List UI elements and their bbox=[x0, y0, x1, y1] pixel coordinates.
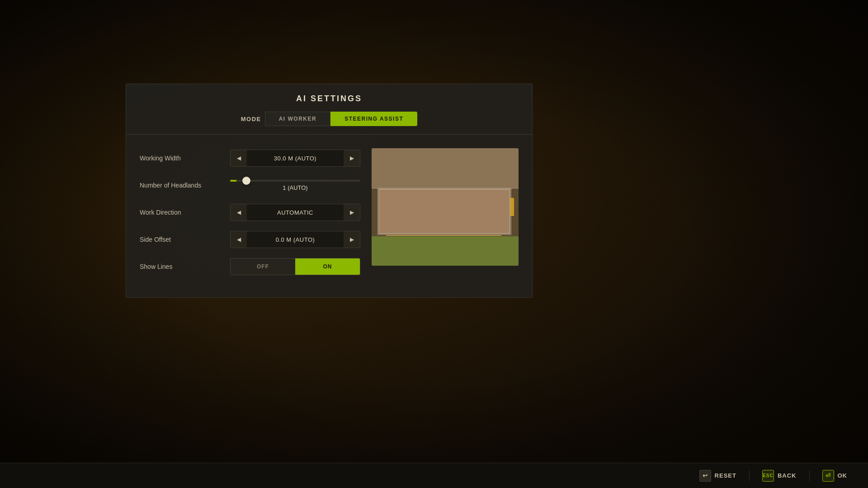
ok-icon: ⏎ bbox=[822, 470, 834, 482]
work-direction-row: Work Direction ◀ AUTOMATIC ▶ bbox=[140, 202, 360, 222]
work-direction-value: AUTOMATIC bbox=[247, 209, 344, 216]
field-line-1 bbox=[386, 235, 501, 236]
settings-left-panel: Working Width ◀ 30.0 M (AUTO) ▶ Number o… bbox=[140, 148, 360, 284]
field-top-area bbox=[372, 148, 519, 189]
dialog-title: AI SETTINGS bbox=[126, 84, 532, 112]
headlands-slider[interactable] bbox=[230, 180, 360, 182]
separator-1 bbox=[749, 470, 750, 481]
reset-label: RESET bbox=[715, 472, 736, 479]
separator-2 bbox=[809, 470, 810, 481]
side-offset-row: Side Offset ◀ 0.0 M (AUTO) ▶ bbox=[140, 230, 360, 249]
side-offset-decrease[interactable]: ◀ bbox=[231, 231, 247, 248]
esc-label: ESC bbox=[763, 473, 774, 478]
working-width-increase[interactable]: ▶ bbox=[344, 150, 360, 167]
ai-settings-dialog: AI SETTINGS MODE AI WORKER STEERING ASSI… bbox=[126, 84, 533, 298]
side-offset-spinner: ◀ 0.0 M (AUTO) ▶ bbox=[230, 231, 360, 248]
side-offset-label: Side Offset bbox=[140, 236, 230, 243]
ok-label: OK bbox=[838, 472, 848, 479]
working-width-decrease[interactable]: ◀ bbox=[231, 150, 247, 167]
work-direction-decrease[interactable]: ◀ bbox=[231, 204, 247, 221]
esc-icon: ESC bbox=[762, 470, 774, 482]
work-direction-control: ◀ AUTOMATIC ▶ bbox=[230, 204, 360, 221]
working-width-row: Working Width ◀ 30.0 M (AUTO) ▶ bbox=[140, 148, 360, 168]
work-direction-label: Work Direction bbox=[140, 209, 230, 216]
mode-tab-prefix: MODE bbox=[241, 116, 261, 122]
working-width-value: 30.0 M (AUTO) bbox=[247, 155, 344, 162]
working-width-control: ◀ 30.0 M (AUTO) ▶ bbox=[230, 150, 360, 167]
tractor-position-indicator bbox=[510, 198, 514, 216]
headlands-row: Number of Headlands 1 (AUTO) bbox=[140, 175, 360, 195]
show-lines-label: Show Lines bbox=[140, 263, 230, 270]
ok-button[interactable]: ⏎ OK bbox=[815, 466, 855, 485]
side-offset-control: ◀ 0.0 M (AUTO) ▶ bbox=[230, 231, 360, 248]
field-bottom-area bbox=[372, 236, 519, 266]
tab-ai-worker[interactable]: AI WORKER bbox=[265, 112, 331, 126]
show-lines-toggle: OFF ON bbox=[230, 258, 360, 275]
work-direction-increase[interactable]: ▶ bbox=[344, 204, 360, 221]
settings-body: Working Width ◀ 30.0 M (AUTO) ▶ Number o… bbox=[126, 144, 532, 284]
field-middle-area bbox=[378, 189, 510, 234]
back-button[interactable]: ESC BACK bbox=[755, 466, 804, 485]
show-lines-on-button[interactable]: ON bbox=[295, 258, 360, 275]
headlands-value: 1 (AUTO) bbox=[230, 184, 360, 191]
reset-icon: ↩ bbox=[699, 470, 711, 482]
field-preview-panel bbox=[372, 148, 519, 266]
bottom-bar: ↩ RESET ESC BACK ⏎ OK bbox=[0, 463, 868, 488]
side-offset-value: 0.0 M (AUTO) bbox=[247, 236, 344, 243]
work-direction-spinner: ◀ AUTOMATIC ▶ bbox=[230, 204, 360, 221]
side-offset-increase[interactable]: ▶ bbox=[344, 231, 360, 248]
show-lines-control: OFF ON bbox=[230, 258, 360, 275]
headlands-control: 1 (AUTO) bbox=[230, 178, 360, 193]
tabs-container: MODE AI WORKER STEERING ASSIST bbox=[126, 112, 532, 135]
headlands-label: Number of Headlands bbox=[140, 182, 230, 189]
working-width-spinner: ◀ 30.0 M (AUTO) ▶ bbox=[230, 150, 360, 167]
working-width-label: Working Width bbox=[140, 155, 230, 162]
headlands-slider-container: 1 (AUTO) bbox=[230, 178, 360, 193]
back-label: BACK bbox=[778, 472, 797, 479]
tab-steering-assist[interactable]: STEERING ASSIST bbox=[330, 112, 417, 126]
reset-button[interactable]: ↩ RESET bbox=[692, 466, 744, 485]
show-lines-off-button[interactable]: OFF bbox=[231, 258, 295, 275]
show-lines-row: Show Lines OFF ON bbox=[140, 257, 360, 277]
